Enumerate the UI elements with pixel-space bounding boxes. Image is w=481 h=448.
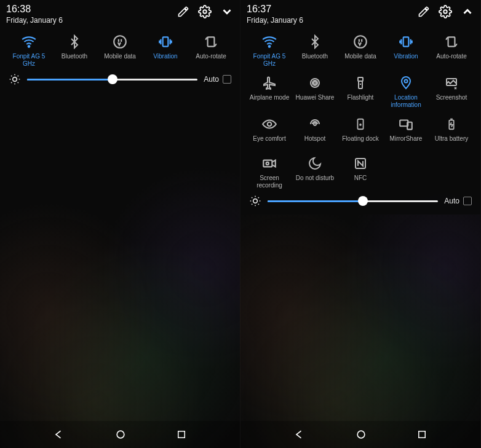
tile-label: Do not disturb xyxy=(296,175,334,182)
home-button[interactable] xyxy=(355,428,367,441)
brightness-icon xyxy=(249,195,261,207)
tile-screenshot[interactable]: Screenshot xyxy=(429,72,474,111)
back-button[interactable] xyxy=(293,428,306,441)
svg-rect-11 xyxy=(403,37,409,46)
svg-rect-3 xyxy=(163,37,169,46)
tile-label: NFC xyxy=(354,175,367,182)
vibration-icon xyxy=(397,33,415,50)
auto-rotate-icon xyxy=(443,33,460,50)
tile-location[interactable]: Location information xyxy=(383,72,429,111)
collapse-up-icon[interactable] xyxy=(461,5,474,21)
svg-point-6 xyxy=(117,431,124,438)
svg-point-27 xyxy=(253,199,258,203)
tile-label: Airplane mode xyxy=(250,94,289,101)
tile-label: Flashlight xyxy=(348,94,374,101)
tile-airplane-mode[interactable]: Airplane mode xyxy=(247,72,292,111)
svg-point-18 xyxy=(314,123,316,125)
mobile-data-icon xyxy=(352,33,369,50)
svg-rect-7 xyxy=(178,431,185,438)
tile-vibration[interactable]: Vibration xyxy=(383,31,429,69)
recent-button[interactable] xyxy=(176,429,187,440)
bluetooth-icon xyxy=(306,33,324,50)
tile-do-not-disturb[interactable]: Do not disturb xyxy=(292,152,338,191)
tile-eye-comfort[interactable]: Eye comfort xyxy=(247,113,292,150)
tile-mobile-data[interactable]: Mobile data xyxy=(97,31,143,69)
clock-time: 16:37 xyxy=(247,4,418,15)
tile-label: Vibration xyxy=(153,53,177,60)
tile-label: Screenshot xyxy=(436,94,467,101)
tile-label: Fonpit AG 5 GHz xyxy=(8,53,50,67)
tile-flashlight[interactable]: Flashlight xyxy=(338,72,383,111)
svg-point-5 xyxy=(13,77,17,82)
brightness-slider[interactable] xyxy=(268,197,438,205)
svg-point-1 xyxy=(28,45,30,47)
tile-label: Hotspot xyxy=(304,135,325,143)
tile-auto-rotate[interactable]: Auto-rotate xyxy=(188,31,234,69)
tile-nfc[interactable]: NFC xyxy=(338,152,383,191)
tile-wifi[interactable]: Fonpit AG 5 GHz xyxy=(6,31,52,69)
ultra-battery-icon xyxy=(443,116,460,133)
tile-label: Ultra battery xyxy=(435,135,468,143)
tile-huawei-share[interactable]: Huawei Share xyxy=(292,72,338,111)
tile-bluetooth[interactable]: Bluetooth xyxy=(292,31,338,69)
clock-date: Friday, January 6 xyxy=(247,16,418,25)
recent-button[interactable] xyxy=(416,429,427,440)
shade-header: 16:38 Friday, January 6 xyxy=(6,4,234,25)
expand-down-icon[interactable] xyxy=(220,5,234,21)
wifi-icon xyxy=(261,33,278,50)
huawei-share-icon xyxy=(306,74,324,92)
brightness-auto[interactable]: Auto xyxy=(204,75,231,84)
brightness-slider[interactable] xyxy=(27,75,197,84)
tile-screen-recording[interactable]: Screen recording xyxy=(247,152,292,191)
tile-label: Bluetooth xyxy=(62,53,87,60)
edit-icon[interactable] xyxy=(418,6,430,20)
tile-label: Auto-rotate xyxy=(196,53,226,60)
quick-tiles-grid: Fonpit AG 5 GHzBluetoothMobile dataVibra… xyxy=(6,31,234,69)
tile-wifi[interactable]: Fonpit AG 5 GHz xyxy=(247,31,292,69)
tile-mirrorshare[interactable]: MirrorShare xyxy=(383,113,429,150)
tile-ultra-battery[interactable]: Ultra battery xyxy=(429,113,474,150)
phone-panel-left: 16:38 Friday, January 6 Fonpit AG 5 GHzB… xyxy=(0,0,240,448)
clock-date: Friday, January 6 xyxy=(6,16,177,25)
floating-dock-icon xyxy=(352,116,369,133)
mirrorshare-icon xyxy=(397,116,415,133)
do-not-disturb-icon xyxy=(306,155,324,172)
settings-icon[interactable] xyxy=(198,5,212,21)
svg-point-17 xyxy=(268,122,272,127)
svg-point-13 xyxy=(314,82,316,84)
brightness-auto-checkbox[interactable] xyxy=(223,75,231,84)
svg-point-25 xyxy=(266,162,269,165)
brightness-auto[interactable]: Auto xyxy=(444,197,472,205)
svg-point-2 xyxy=(114,36,126,48)
tile-label: Fonpit AG 5 GHz xyxy=(248,53,290,67)
notification-shade: 16:37 Friday, January 6 Fonpit AG 5 GHzB… xyxy=(240,0,480,214)
edit-icon[interactable] xyxy=(177,6,189,20)
tile-floating-dock[interactable]: Floating dock xyxy=(338,113,383,150)
tile-vibration[interactable]: Vibration xyxy=(143,31,188,69)
tile-auto-rotate[interactable]: Auto-rotate xyxy=(429,31,474,69)
tile-mobile-data[interactable]: Mobile data xyxy=(338,31,383,69)
tile-label: Screen recording xyxy=(248,175,290,189)
airplane-mode-icon xyxy=(261,74,278,92)
brightness-row: Auto xyxy=(247,191,474,210)
location-icon xyxy=(397,74,415,92)
svg-point-20 xyxy=(360,124,361,125)
svg-rect-29 xyxy=(419,431,426,438)
tile-bluetooth[interactable]: Bluetooth xyxy=(52,31,97,69)
quick-tiles-grid: Fonpit AG 5 GHzBluetoothMobile dataVibra… xyxy=(247,31,474,191)
auto-rotate-icon xyxy=(202,33,220,50)
svg-rect-14 xyxy=(358,77,363,81)
screen-recording-icon xyxy=(261,155,278,172)
nfc-icon xyxy=(352,155,369,172)
settings-icon[interactable] xyxy=(439,5,452,21)
back-button[interactable] xyxy=(53,428,65,441)
tile-label: Mobile data xyxy=(104,53,136,60)
tile-hotspot[interactable]: Hotspot xyxy=(292,113,338,150)
bluetooth-icon xyxy=(66,33,83,50)
brightness-auto-checkbox[interactable] xyxy=(463,197,472,205)
navigation-bar xyxy=(240,421,480,448)
tile-label: Bluetooth xyxy=(302,53,328,60)
clock-time: 16:38 xyxy=(6,4,177,15)
home-button[interactable] xyxy=(114,428,127,441)
brightness-row: Auto xyxy=(6,69,234,88)
